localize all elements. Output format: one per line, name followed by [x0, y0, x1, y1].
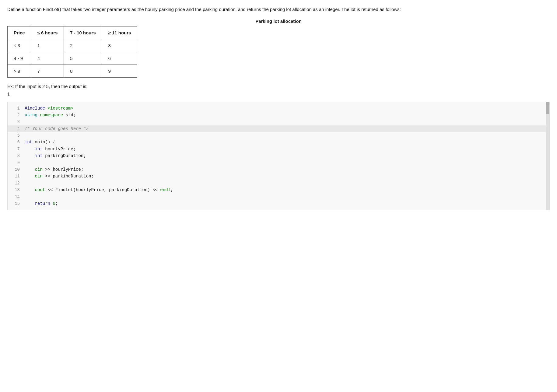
- code-line-12: 12: [8, 180, 549, 187]
- col-header-11h: ≥ 11 hours: [102, 26, 137, 39]
- row3-col1: 7: [31, 65, 64, 77]
- line-number-12: 12: [11, 180, 20, 187]
- row2-col2: 5: [64, 52, 102, 65]
- line-number-7: 7: [11, 146, 20, 152]
- code-line-10: 10 cin >> hourlyPrice;: [8, 166, 549, 173]
- table-row: > 9 7 8 9: [8, 65, 137, 77]
- col-header-10h: 7 - 10 hours: [64, 26, 102, 39]
- code-line-2: 2 using namespace std;: [8, 112, 549, 118]
- row1-col1: 1: [31, 39, 64, 52]
- col-header-6h: ≤ 6 hours: [31, 26, 64, 39]
- code-line-4: 4 /* Your code goes here */: [8, 125, 549, 132]
- line-number-8: 8: [11, 152, 20, 159]
- line-number-9: 9: [11, 159, 20, 166]
- row1-col3: 3: [102, 39, 137, 52]
- code-content-1: #include <iostream>: [25, 105, 546, 112]
- table-title: Parking lot allocation: [7, 19, 550, 24]
- code-content-11: cin >> parkingDuration;: [25, 173, 546, 180]
- row1-col2: 2: [64, 39, 102, 52]
- code-line-13: 13 cout << FindLot(hourlyPrice, parkingD…: [8, 187, 549, 193]
- line-number-4: 4: [11, 125, 20, 132]
- code-content-2: using namespace std;: [25, 112, 546, 118]
- line-number-15: 15: [11, 200, 20, 207]
- code-content-7: int hourlyPrice;: [25, 146, 546, 152]
- row3-col2: 8: [64, 65, 102, 77]
- output-value: 1: [7, 92, 550, 97]
- row2-col1: 4: [31, 52, 64, 65]
- code-content-15: return 0;: [25, 200, 546, 207]
- example-text: Ex: If the input is 2 5, then the output…: [7, 84, 550, 89]
- code-line-5: 5: [8, 132, 549, 139]
- col-header-price: Price: [8, 26, 31, 39]
- line-number-14: 14: [11, 194, 20, 200]
- code-line-7: 7 int hourlyPrice;: [8, 146, 549, 152]
- code-content-10: cin >> hourlyPrice;: [25, 166, 546, 173]
- code-content-8: int parkingDuration;: [25, 152, 546, 159]
- line-number-3: 3: [11, 118, 20, 125]
- code-line-15: 15 return 0;: [8, 200, 549, 207]
- line-number-11: 11: [11, 173, 20, 180]
- line-number-6: 6: [11, 139, 20, 145]
- line-number-13: 13: [11, 187, 20, 193]
- line-number-1: 1: [11, 105, 20, 112]
- description-text: Define a function FindLot() that takes t…: [7, 6, 550, 13]
- row1-price: ≤ 3: [8, 39, 31, 52]
- code-editor[interactable]: 1 #include <iostream> 2 using namespace …: [7, 102, 550, 211]
- line-number-2: 2: [11, 112, 20, 118]
- row2-price: 4 - 9: [8, 52, 31, 65]
- code-content-6: int main() {: [25, 139, 546, 145]
- scrollbar-thumb[interactable]: [546, 102, 549, 114]
- table-row: 4 - 9 4 5 6: [8, 52, 137, 65]
- line-number-10: 10: [11, 166, 20, 173]
- code-content-13: cout << FindLot(hourlyPrice, parkingDura…: [25, 187, 546, 193]
- code-line-11: 11 cin >> parkingDuration;: [8, 173, 549, 180]
- code-line-1: 1 #include <iostream>: [8, 105, 549, 112]
- row2-col3: 6: [102, 52, 137, 65]
- code-line-14: 14: [8, 194, 549, 200]
- code-line-8: 8 int parkingDuration;: [8, 152, 549, 159]
- code-content-4: /* Your code goes here */: [25, 125, 546, 132]
- parking-table: Price ≤ 6 hours 7 - 10 hours ≥ 11 hours …: [7, 26, 137, 78]
- scrollbar-track[interactable]: [546, 102, 549, 210]
- row3-price: > 9: [8, 65, 31, 77]
- code-line-9: 9: [8, 159, 549, 166]
- line-number-5: 5: [11, 132, 20, 139]
- row3-col3: 9: [102, 65, 137, 77]
- code-line-3: 3: [8, 118, 549, 125]
- code-line-6: 6 int main() {: [8, 139, 549, 145]
- table-row: ≤ 3 1 2 3: [8, 39, 137, 52]
